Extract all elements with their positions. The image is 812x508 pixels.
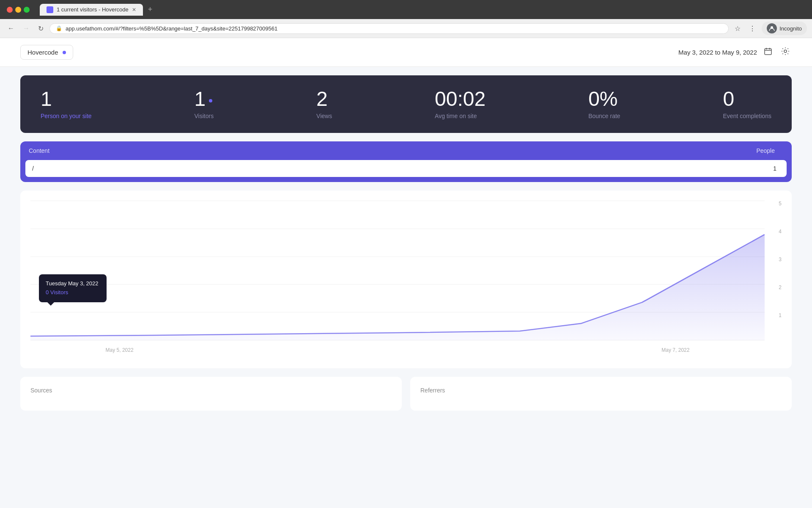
svg-rect-1 xyxy=(765,49,771,55)
chart-svg xyxy=(30,201,765,340)
tooltip-date: Tuesday May 3, 2022 xyxy=(46,279,100,288)
stat-item-visitors: 1 Visitors xyxy=(195,89,214,119)
bookmark-button[interactable]: ☆ xyxy=(732,23,743,34)
chart-card: 5 4 3 2 1 May 5, 2022 May 7, 2022 Tuesda… xyxy=(20,190,792,368)
referrers-card: Referrers xyxy=(410,377,792,411)
incognito-icon xyxy=(767,23,777,33)
stat-item-views: 2 Views xyxy=(316,89,332,119)
sources-title: Sources xyxy=(30,387,392,394)
stat-item-current-visitors: 1 Person on your site xyxy=(41,89,92,119)
y-label-2: 2 xyxy=(779,284,782,290)
stat-label-current-visitors: Person on your site xyxy=(41,113,92,119)
forward-button[interactable]: → xyxy=(20,23,32,34)
chart-area-fill xyxy=(30,235,765,340)
chart-tooltip: Tuesday May 3, 2022 0 Visitors xyxy=(39,274,107,302)
stat-value-bounce-rate: 0% xyxy=(588,89,620,109)
tab-title: 1 current visitors - Hovercode xyxy=(57,6,129,13)
stat-value-current-visitors: 1 xyxy=(41,89,92,109)
content-people-count: 1 xyxy=(746,165,780,172)
chart-y-labels: 5 4 3 2 1 xyxy=(769,201,782,340)
content-table-header: Content People xyxy=(20,141,792,160)
stat-label-events: Event completions xyxy=(723,113,771,119)
reload-button[interactable]: ↻ xyxy=(36,23,46,34)
live-indicator-dot xyxy=(63,51,66,54)
maximize-window-button[interactable] xyxy=(24,7,30,13)
incognito-badge: Incognito xyxy=(762,22,807,35)
page-header: Hovercode May 3, 2022 to May 9, 2022 xyxy=(0,38,812,67)
stat-value-avg-time: 00:02 xyxy=(435,89,486,109)
stat-value-visitors: 1 xyxy=(195,89,214,109)
date-range-control: May 3, 2022 to May 9, 2022 xyxy=(678,45,792,60)
stat-label-avg-time: Avg time on site xyxy=(435,113,486,119)
settings-button[interactable] xyxy=(779,45,792,60)
minimize-window-button[interactable] xyxy=(15,7,21,13)
browser-menu-button[interactable]: ⋮ xyxy=(746,23,758,34)
stat-label-bounce-rate: Bounce rate xyxy=(588,113,620,119)
site-selector[interactable]: Hovercode xyxy=(20,45,73,60)
x-label-may5: May 5, 2022 xyxy=(106,347,134,353)
lock-icon: 🔒 xyxy=(56,25,62,31)
content-table-row[interactable]: / 1 xyxy=(25,160,787,177)
y-label-3: 3 xyxy=(779,257,782,262)
site-name: Hovercode xyxy=(27,49,58,56)
page-content: Hovercode May 3, 2022 to May 9, 2022 xyxy=(0,38,812,508)
address-text: app.usefathom.com/#/?filters=%5B%5D&rang… xyxy=(66,25,277,32)
chart-area: 5 4 3 2 1 May 5, 2022 May 7, 2022 Tuesda… xyxy=(30,201,782,353)
x-label-may7: May 7, 2022 xyxy=(661,347,689,353)
traffic-lights xyxy=(7,7,30,13)
tab-close-button[interactable]: ✕ xyxy=(132,7,136,13)
people-column-header: People xyxy=(749,147,783,154)
bottom-row: Sources Referrers xyxy=(20,377,792,411)
content-column-header: Content xyxy=(29,147,749,154)
stat-label-visitors: Visitors xyxy=(195,113,214,119)
date-range-text: May 3, 2022 to May 9, 2022 xyxy=(678,49,757,56)
content-table-card: Content People / 1 xyxy=(20,141,792,182)
stat-value-events: 0 xyxy=(723,89,771,109)
referrers-title: Referrers xyxy=(420,387,782,394)
browser-toolbar: ← → ↻ 🔒 app.usefathom.com/#/?filters=%5B… xyxy=(0,19,812,38)
content-path: / xyxy=(32,165,746,172)
toolbar-actions: ☆ ⋮ Incognito xyxy=(732,22,807,35)
incognito-label: Incognito xyxy=(779,25,802,32)
browser-chrome: 1 current visitors - Hovercode ✕ + ← → ↻… xyxy=(0,0,812,38)
active-tab[interactable]: 1 current visitors - Hovercode ✕ xyxy=(40,4,143,16)
settings-icon xyxy=(781,47,790,56)
address-bar[interactable]: 🔒 app.usefathom.com/#/?filters=%5B%5D&ra… xyxy=(49,23,729,34)
close-window-button[interactable] xyxy=(7,7,13,13)
calendar-button[interactable] xyxy=(762,45,774,59)
new-tab-button[interactable]: + xyxy=(145,3,156,16)
tooltip-arrow xyxy=(47,302,54,306)
tab-favicon xyxy=(47,6,53,13)
sources-card: Sources xyxy=(20,377,402,411)
stat-label-views: Views xyxy=(316,113,332,119)
y-label-5: 5 xyxy=(779,201,782,207)
calendar-icon xyxy=(764,47,772,55)
visitors-live-dot xyxy=(209,99,212,102)
stats-card: 1 Person on your site 1 Visitors 2 Views… xyxy=(20,75,792,133)
tooltip-visitors: 0 Visitors xyxy=(46,288,100,297)
browser-titlebar: 1 current visitors - Hovercode ✕ + xyxy=(0,0,812,19)
back-button[interactable]: ← xyxy=(5,23,17,34)
stat-item-avg-time: 00:02 Avg time on site xyxy=(435,89,486,119)
y-label-4: 4 xyxy=(779,229,782,235)
tab-bar: 1 current visitors - Hovercode ✕ + xyxy=(40,3,156,16)
stat-item-events: 0 Event completions xyxy=(723,89,771,119)
stat-item-bounce-rate: 0% Bounce rate xyxy=(588,89,620,119)
stat-value-views: 2 xyxy=(316,89,332,109)
svg-point-2 xyxy=(784,50,787,52)
y-label-1: 1 xyxy=(779,312,782,318)
chart-x-labels: May 5, 2022 May 7, 2022 xyxy=(30,347,765,353)
